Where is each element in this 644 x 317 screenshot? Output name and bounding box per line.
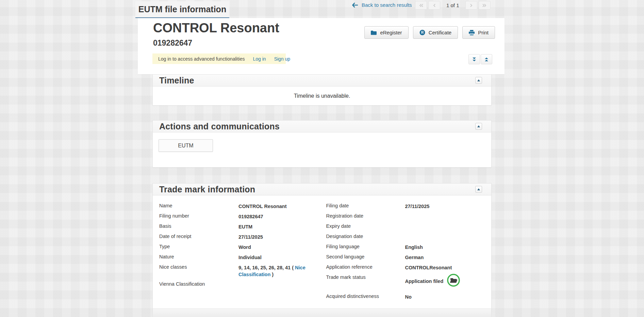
field-value-text: English — [405, 244, 423, 250]
timeline-section: Timeline Timeline is unavailable. — [152, 74, 492, 106]
field-value-text: Word — [238, 244, 251, 250]
trademark-information-section: Trade mark information Name CONTROL Reso… — [152, 183, 492, 314]
field-label: Filing number — [159, 212, 238, 219]
field-row: Nice classes 9, 14, 16, 25, 26, 28, 41 (… — [159, 264, 326, 278]
field-row: Type Word — [159, 243, 326, 251]
field-value-suffix: ) — [270, 272, 274, 277]
field-value: 019282647 — [238, 212, 326, 220]
field-value: 9, 14, 16, 25, 26, 28, 41 ( Nice Classif… — [238, 264, 326, 278]
printer-icon — [469, 30, 475, 35]
field-value-text: CONTROLResonant — [405, 265, 452, 270]
prev-page-button[interactable] — [428, 1, 440, 10]
eregister-label: eRegister — [380, 30, 402, 35]
collapse-caret-icon — [477, 79, 480, 81]
field-value-text: 27/11/2025 — [405, 204, 429, 209]
field-value: EUTM — [238, 223, 326, 230]
page-background: EUTM file information Back to search res… — [0, 0, 644, 317]
back-to-search-link[interactable]: Back to search results — [352, 2, 412, 8]
login-link[interactable]: Log in — [253, 56, 266, 62]
collapse-all-icon — [484, 57, 489, 62]
registered-icon: R — [419, 30, 425, 35]
field-row: Acquired distinctiveness No — [326, 293, 485, 300]
folder-icon — [371, 30, 377, 35]
field-row: Designation date — [326, 233, 485, 240]
field-value: Word — [238, 243, 326, 251]
field-label: Trade mark status — [326, 274, 405, 280]
login-banner: Log in to access advanced functionalitie… — [152, 53, 286, 64]
trademark-section-title: Trade mark information — [159, 185, 255, 194]
field-value-text: 019282647 — [238, 214, 263, 219]
field-label: Basis — [159, 223, 238, 229]
field-value — [238, 281, 326, 281]
timeline-section-body: Timeline is unavailable. — [153, 86, 491, 105]
certificate-button[interactable]: R Certificate — [413, 26, 458, 39]
collapse-caret-icon — [477, 188, 480, 190]
field-label: Registration date — [326, 212, 405, 219]
field-value-text: EUTM — [238, 224, 252, 229]
actions-section-title: Actions and communications — [159, 122, 280, 131]
signup-link[interactable]: Sign up — [274, 56, 290, 62]
trademark-collapse-button[interactable] — [475, 186, 482, 193]
trademark-fields-left-column: Name CONTROL Resonant Filing number 0192… — [159, 202, 326, 303]
first-page-button[interactable] — [415, 1, 427, 10]
trademark-section-header: Trade mark information — [153, 184, 491, 195]
expand-all-button[interactable] — [468, 54, 480, 64]
next-section-header-partial — [152, 308, 492, 317]
field-value: 27/11/2025 — [238, 233, 326, 240]
result-pagination: 1 of 1 — [415, 1, 491, 10]
next-page-icon — [470, 4, 473, 7]
field-row: Vienna Classification — [159, 281, 326, 288]
field-value: No — [405, 293, 485, 300]
timeline-section-title: Timeline — [159, 76, 194, 85]
print-button[interactable]: Print — [462, 26, 495, 39]
trademark-title: CONTROL Resonant — [153, 21, 279, 35]
svg-text:R: R — [421, 30, 424, 34]
trademark-fields-right-column: Filing date 27/11/2025 Registration date… — [326, 202, 485, 303]
page-indicator: 1 of 1 — [446, 2, 459, 8]
field-value: German — [405, 253, 485, 261]
eutm-filter-button[interactable]: EUTM — [159, 139, 213, 152]
trademark-filing-number: 019282647 — [153, 38, 192, 48]
field-label: Nature — [159, 253, 238, 259]
print-label: Print — [478, 30, 489, 35]
eutm-filter-label: EUTM — [178, 143, 193, 149]
trademark-section-body: Name CONTROL Resonant Filing number 0192… — [153, 195, 491, 313]
field-row: Nature Individual — [159, 253, 326, 261]
action-buttons: eRegister R Certificate Print — [364, 26, 495, 39]
field-label: Name — [159, 202, 238, 208]
content-header-panel: CONTROL Resonant 019282647 eRegister R C… — [138, 18, 505, 74]
field-label: Second language — [326, 253, 405, 259]
collapse-all-button[interactable] — [481, 54, 492, 64]
field-value — [405, 223, 485, 223]
field-value: Individual — [238, 253, 326, 261]
field-row: Filing date 27/11/2025 — [326, 202, 485, 210]
back-link-label: Back to search results — [362, 2, 412, 8]
tab-eutm-file-information[interactable]: EUTM file information — [135, 1, 229, 18]
field-value-text: 9, 14, 16, 25, 26, 28, 41 ( — [238, 265, 294, 270]
actions-collapse-button[interactable] — [475, 123, 482, 130]
field-label: Expiry date — [326, 223, 405, 229]
field-row: Trade mark status Application filed — [326, 274, 485, 289]
actions-communications-section: Actions and communications EUTM — [152, 120, 492, 168]
actions-section-body: EUTM — [153, 132, 491, 167]
field-value-text: German — [405, 255, 424, 260]
timeline-section-header: Timeline — [153, 75, 491, 86]
eregister-button[interactable]: eRegister — [364, 26, 408, 39]
field-label: Nice classes — [159, 264, 238, 270]
field-row: Second language German — [326, 253, 485, 261]
trademark-status-icon — [447, 273, 460, 289]
field-value-text: No — [405, 294, 411, 300]
field-label: Type — [159, 243, 238, 249]
timeline-collapse-button[interactable] — [475, 77, 482, 84]
field-label: Designation date — [326, 233, 405, 239]
last-page-button[interactable] — [479, 1, 491, 10]
next-page-button[interactable] — [465, 1, 477, 10]
back-arrow-icon — [352, 3, 358, 7]
field-label: Date of receipt — [159, 233, 238, 239]
field-value-text: Application filed — [405, 279, 443, 284]
field-row: Date of receipt 27/11/2025 — [159, 233, 326, 240]
timeline-empty-message: Timeline is unavailable. — [294, 93, 350, 99]
prev-page-icon — [433, 4, 436, 7]
field-value — [405, 233, 485, 234]
field-row: Application reference CONTROLResonant — [326, 264, 485, 271]
